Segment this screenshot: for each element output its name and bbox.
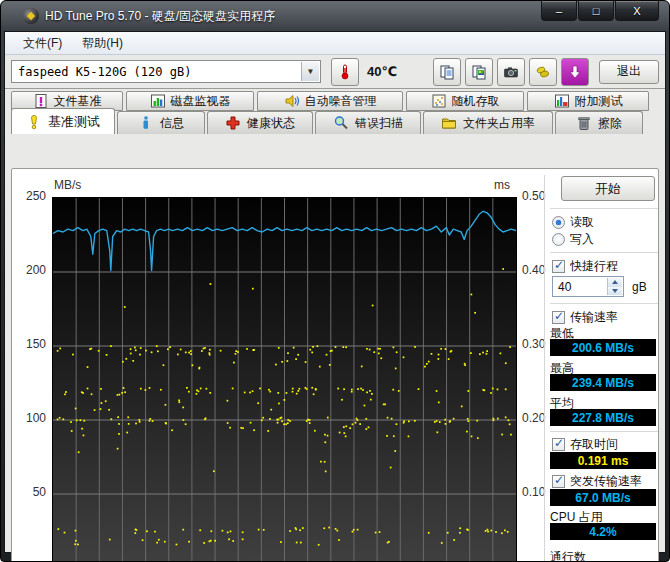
panel-divider	[544, 175, 545, 562]
copy-image-icon	[471, 64, 487, 80]
control-panel: 开始 读取 写入 快捷行程 40	[548, 173, 666, 562]
right-axis-unit: ms	[494, 178, 510, 192]
burst-rate-label: 突发传输速率	[570, 473, 642, 490]
tab-label: 自动噪音管理	[305, 93, 377, 110]
tab-health[interactable]: 健康状态	[207, 111, 313, 134]
separator	[550, 303, 658, 304]
short-stroke-row[interactable]: 快捷行程	[552, 258, 618, 275]
separator	[550, 252, 658, 253]
tab-label: 磁盘监视器	[171, 93, 231, 110]
tab-erase[interactable]: 擦除	[555, 111, 643, 134]
download-update-icon	[567, 64, 583, 80]
tab-error-scan[interactable]: 错误扫描	[315, 111, 421, 134]
transfer-rate-checkbox[interactable]	[552, 311, 565, 324]
menu-file[interactable]: 文件(F)	[13, 32, 72, 55]
tab-label: 基准测试	[48, 113, 100, 131]
copy-image-button[interactable]	[465, 58, 493, 86]
tab-label: 擦除	[598, 115, 622, 132]
extra-tests-icon	[554, 93, 570, 109]
tab-folder-usage[interactable]: 文件夹占用率	[423, 111, 553, 134]
tab-label: 文件基准	[54, 93, 102, 110]
transfer-rate-label: 传输速率	[570, 309, 618, 326]
benchmark-exclamation-icon	[26, 114, 42, 130]
read-radio-label: 读取	[570, 214, 594, 231]
stepper-down-icon[interactable]	[608, 287, 622, 296]
short-stroke-checkbox[interactable]	[552, 260, 565, 273]
chevron-down-icon: ▼	[301, 62, 319, 81]
tab-random-access[interactable]: 随机存取	[406, 91, 524, 111]
title-bar: HD Tune Pro 5.70 - 硬盘/固态硬盘实用程序 – □ X	[1, 1, 669, 31]
minimize-button[interactable]: –	[541, 1, 577, 21]
min-value: 200.6 MB/s	[550, 339, 656, 356]
window-title: HD Tune Pro 5.70 - 硬盘/固态硬盘实用程序	[45, 8, 275, 25]
burst-rate-row[interactable]: 突发传输速率	[552, 473, 642, 490]
access-time-row[interactable]: 存取时间	[552, 436, 618, 453]
exit-button[interactable]: 退出	[599, 60, 659, 84]
tab-aam[interactable]: 自动噪音管理	[257, 91, 403, 111]
chart-canvas	[53, 198, 516, 562]
short-stroke-label: 快捷行程	[570, 258, 618, 275]
main-tab-row: 基准测试 信息 健康状态 错误扫描 文件夹占用率 擦除	[5, 111, 665, 134]
stepper-up-icon[interactable]	[608, 278, 622, 287]
screenshot-button[interactable]	[497, 58, 525, 86]
tab-label: 健康状态	[247, 115, 295, 132]
burst-rate-checkbox[interactable]	[552, 475, 565, 488]
donate-hands-icon	[535, 64, 551, 80]
benchmark-content: MB/s ms 25020015010050 0.500.400.300.200…	[11, 168, 659, 562]
menu-help[interactable]: 帮助(H)	[72, 32, 133, 55]
erase-trash-icon	[576, 115, 592, 131]
read-radio-row[interactable]: 读取	[552, 214, 594, 231]
write-radio[interactable]	[552, 233, 565, 246]
short-stroke-value: 40	[558, 280, 571, 294]
read-radio[interactable]	[552, 216, 565, 229]
client-area: 文件(F) 帮助(H) faspeed K5-120G (120 gB) ▼ 4…	[4, 31, 666, 553]
aam-speaker-icon	[284, 93, 300, 109]
maximize-button[interactable]: □	[578, 1, 614, 21]
screenshot-camera-icon	[503, 64, 519, 80]
folder-usage-icon	[441, 115, 457, 131]
close-button[interactable]: X	[615, 1, 659, 21]
drive-select-dropdown[interactable]: faspeed K5-120G (120 gB) ▼	[11, 60, 321, 83]
burst-rate-value: 67.0 MB/s	[550, 489, 656, 506]
access-time-label: 存取时间	[570, 436, 618, 453]
short-stroke-stepper[interactable]: 40	[552, 276, 624, 297]
short-stroke-unit: gB	[632, 280, 647, 294]
menu-bar: 文件(F) 帮助(H)	[5, 32, 665, 55]
temperature-button[interactable]	[331, 58, 359, 86]
tab-label: 信息	[160, 115, 184, 132]
tab-disk-monitor[interactable]: 磁盘监视器	[126, 91, 254, 111]
tab-label: 附加测试	[575, 93, 623, 110]
separator	[550, 208, 658, 209]
transfer-rate-row[interactable]: 传输速率	[552, 309, 618, 326]
start-button-label: 开始	[595, 180, 621, 198]
write-radio-label: 写入	[570, 231, 594, 248]
cpu-usage-value: 4.2%	[550, 523, 656, 540]
tab-info[interactable]: 信息	[117, 111, 205, 134]
disk-monitor-icon	[150, 93, 166, 109]
access-time-checkbox[interactable]	[552, 438, 565, 451]
left-axis-unit: MB/s	[54, 178, 81, 192]
write-radio-row[interactable]: 写入	[552, 231, 594, 248]
error-scan-magnifier-icon	[333, 115, 349, 131]
health-cross-icon	[225, 115, 241, 131]
pass-count-label: 通行数	[550, 549, 586, 562]
start-button[interactable]: 开始	[561, 176, 655, 201]
separator	[550, 431, 658, 432]
benchmark-chart	[52, 197, 517, 562]
update-download-button[interactable]	[561, 58, 589, 86]
copy-text-button[interactable]	[433, 58, 461, 86]
hdtune-disk-icon	[23, 8, 39, 24]
tab-label: 随机存取	[452, 93, 500, 110]
tab-label: 错误扫描	[355, 115, 403, 132]
max-value: 239.4 MB/s	[550, 374, 656, 391]
copy-text-icon	[439, 64, 455, 80]
donate-button[interactable]	[529, 58, 557, 86]
avg-value: 227.8 MB/s	[550, 409, 656, 426]
temperature-value: 40℃	[367, 64, 397, 79]
toolbar: faspeed K5-120G (120 gB) ▼ 40℃	[5, 55, 665, 89]
info-icon	[138, 115, 154, 131]
thermometer-icon	[337, 64, 353, 80]
tab-extra-tests[interactable]: 附加测试	[527, 91, 649, 111]
access-time-value: 0.191 ms	[550, 452, 656, 469]
tab-benchmark[interactable]: 基准测试	[11, 108, 115, 134]
